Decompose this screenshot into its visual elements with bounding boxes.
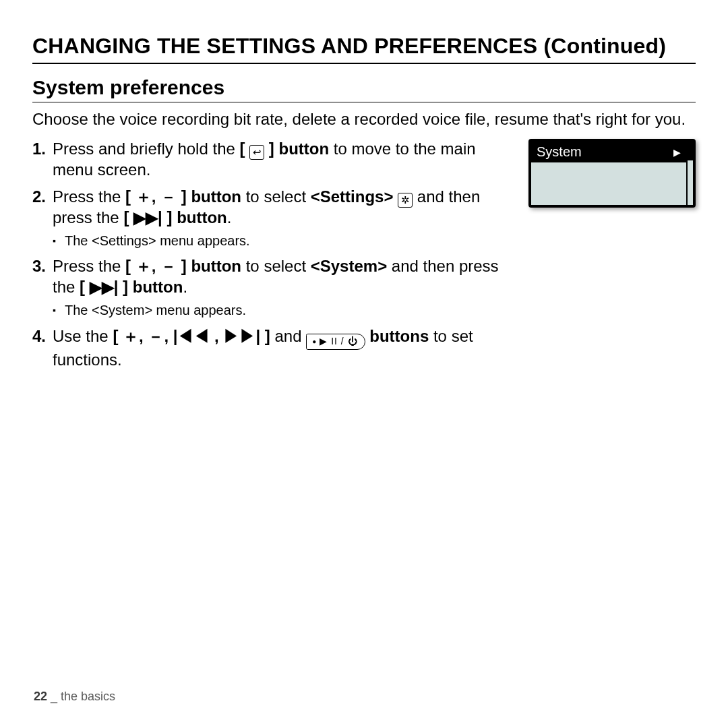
step-1: Press and briefly hold the [ ↩ ] button …	[32, 139, 516, 180]
footer-label: the basics	[61, 690, 115, 703]
step-3-text-c: to select	[241, 257, 311, 275]
step-1-bracket-close: ]	[264, 140, 274, 158]
step-4-bracket-close: ]	[260, 327, 270, 345]
step-2-bracket-close-2: ]	[162, 208, 173, 226]
step-3-bracket-open: [	[125, 257, 135, 275]
step-2-button-word-2: button	[177, 208, 227, 226]
step-3-ff: ▶▶|	[90, 278, 119, 296]
page-footer: 22 _ the basics	[34, 690, 115, 704]
step-3-plusminus: ＋, －	[135, 257, 177, 275]
back-icon: ↩	[249, 145, 264, 160]
step-2-settings: <Settings>	[311, 187, 394, 206]
step-2-button-word: button	[191, 187, 241, 206]
play-power-icon: ●▶ II / ⏻	[306, 334, 365, 350]
page-number: 22	[34, 690, 47, 703]
step-3-bracket-close: ]	[177, 257, 187, 275]
step-1-button-word: button	[279, 140, 330, 158]
step-3-text-a: Press the	[53, 257, 125, 275]
step-4-text-a: Use the	[53, 327, 113, 345]
step-1-bracket-open: [	[240, 140, 250, 158]
device-scrollbar	[686, 142, 693, 205]
step-2-ff: ▶▶|	[133, 208, 162, 226]
step-2-sub: The <Settings> menu appears.	[53, 233, 516, 250]
step-3-button-word-2: button	[133, 278, 183, 296]
step-2-plusminus: ＋, －	[135, 187, 177, 206]
step-3-bracket-open-2: [	[80, 278, 90, 296]
step-2-text-c: to select	[241, 187, 311, 206]
section-title: CHANGING THE SETTINGS AND PREFERENCES (C…	[32, 34, 696, 64]
step-4-bracket-open: [	[113, 327, 123, 345]
step-4-text-b: and	[270, 327, 306, 345]
step-1-text-a: Press and briefly hold the	[53, 140, 240, 158]
chevron-right-icon: ▶	[673, 147, 681, 158]
footer-sep: _	[47, 690, 61, 703]
gear-icon: ✲	[398, 193, 413, 208]
device-selected-label: System	[537, 144, 582, 160]
step-3-bracket-close-2: ]	[118, 278, 128, 296]
step-4: Use the [ ＋, －, |◀◀ , ▶▶| ] and ●▶ II / …	[32, 326, 516, 371]
step-2-bracket-open: [	[125, 187, 135, 206]
device-selected-row: System ▶	[531, 142, 686, 162]
intro-text: Choose the voice recording bit rate, del…	[32, 109, 696, 129]
step-2-text-a: Press the	[53, 187, 125, 206]
step-4-nav: ＋, －, |◀◀ , ▶▶|	[123, 327, 260, 345]
step-3-sub: The <System> menu appears.	[53, 302, 516, 320]
step-2-bracket-open-2: [	[123, 208, 133, 226]
step-3-button-word: button	[191, 257, 241, 275]
step-2-bracket-close: ]	[177, 187, 187, 206]
step-3: Press the [ ＋, － ] button to select <Sys…	[32, 256, 516, 319]
step-3-system: <System>	[311, 257, 387, 275]
steps-list: Press and briefly hold the [ ↩ ] button …	[32, 139, 516, 371]
device-illustration: System ▶	[528, 139, 696, 208]
step-2: Press the [ ＋, － ] button to select <Set…	[32, 187, 516, 249]
step-4-buttons-word: buttons	[369, 327, 429, 345]
subsection-title: System preferences	[32, 76, 696, 102]
